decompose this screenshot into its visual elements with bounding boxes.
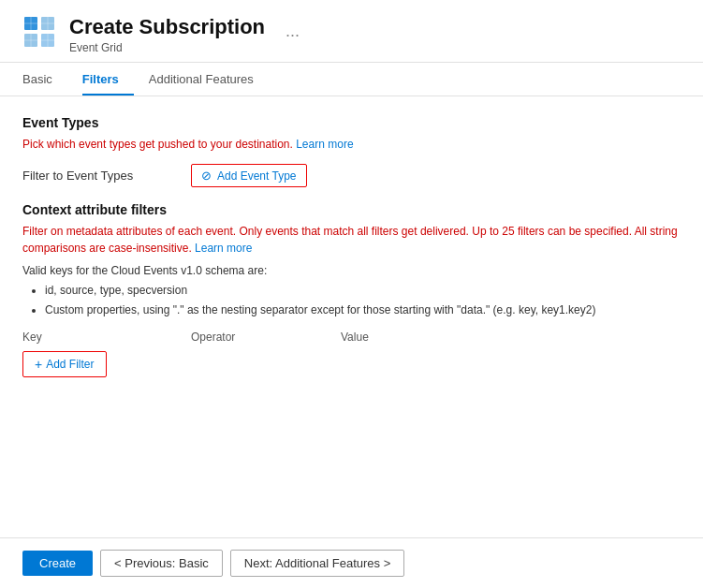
context-filters-title: Context attribute filters bbox=[22, 202, 681, 217]
next-button[interactable]: Next: Additional Features > bbox=[230, 550, 404, 577]
footer: Create < Previous: Basic Next: Additiona… bbox=[0, 537, 703, 588]
more-options-button[interactable]: ··· bbox=[286, 25, 300, 45]
filter-to-event-types-label: Filter to Event Types bbox=[22, 169, 191, 183]
context-filters-section: Context attribute filters Filter on meta… bbox=[22, 202, 681, 377]
tab-additional-features[interactable]: Additional Features bbox=[149, 63, 269, 96]
columns-header-row: Key Operator Value bbox=[22, 331, 681, 344]
event-types-title: Event Types bbox=[22, 115, 681, 130]
page-subtitle: Event Grid bbox=[69, 41, 265, 54]
plus-icon: + bbox=[35, 357, 42, 372]
add-filter-button[interactable]: + Add Filter bbox=[22, 351, 107, 377]
tab-filters[interactable]: Filters bbox=[82, 63, 134, 96]
page-header: Create Subscription Event Grid ··· bbox=[0, 0, 703, 63]
tab-basic[interactable]: Basic bbox=[22, 63, 67, 96]
previous-button[interactable]: < Previous: Basic bbox=[100, 550, 223, 577]
event-types-description: Pick which event types get pushed to you… bbox=[22, 136, 681, 153]
event-types-section: Event Types Pick which event types get p… bbox=[22, 115, 681, 187]
tab-bar: Basic Filters Additional Features bbox=[0, 63, 703, 96]
create-button[interactable]: Create bbox=[22, 551, 93, 576]
cloud-events-label: Valid keys for the Cloud Events v1.0 sch… bbox=[22, 264, 681, 277]
main-content: Event Types Pick which event types get p… bbox=[0, 96, 703, 537]
filter-to-event-types-row: Filter to Event Types ⊘ Add Event Type bbox=[22, 164, 681, 187]
funnel-icon: ⊘ bbox=[201, 169, 212, 183]
col-key-label: Key bbox=[22, 331, 191, 344]
add-event-type-button[interactable]: ⊘ Add Event Type bbox=[191, 164, 307, 187]
header-text-group: Create Subscription Event Grid bbox=[69, 15, 265, 54]
cloud-events-bullets: id, source, type, specversion Custom pro… bbox=[45, 281, 681, 319]
azure-event-grid-icon bbox=[22, 15, 56, 49]
context-filters-learn-more[interactable]: Learn more bbox=[195, 242, 252, 255]
page-title: Create Subscription bbox=[69, 15, 265, 39]
bullet-2: Custom properties, using "." as the nest… bbox=[45, 301, 681, 319]
col-value-label: Value bbox=[341, 331, 453, 344]
event-types-learn-more[interactable]: Learn more bbox=[296, 138, 353, 151]
context-filters-description: Filter on metadata attributes of each ev… bbox=[22, 223, 681, 257]
bullet-1: id, source, type, specversion bbox=[45, 281, 681, 300]
col-operator-label: Operator bbox=[191, 331, 341, 344]
